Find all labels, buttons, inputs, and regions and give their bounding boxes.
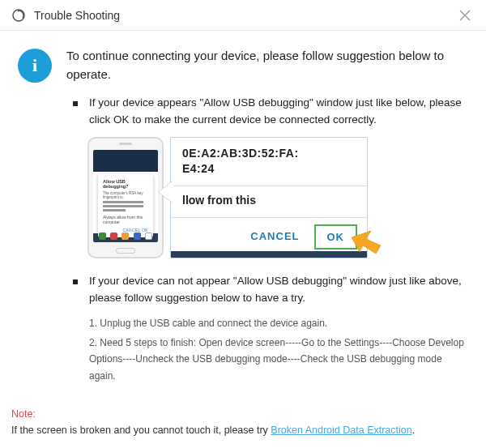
note-text-after: . [412, 425, 415, 436]
suggestion-1: If your device appears "Allow USB debugg… [66, 95, 468, 129]
cancel-button[interactable]: CANCEL [250, 229, 299, 244]
note-block: Note: If the screen is broken and you ca… [11, 406, 415, 438]
suggestion-1-text: If your device appears "Allow USB debugg… [89, 95, 468, 129]
phone-app-row [93, 233, 158, 240]
info-column: i [18, 47, 66, 387]
broken-android-link[interactable]: Broken Android Data Extraction [271, 425, 411, 436]
pointer-arrow-icon [352, 231, 381, 257]
phone-dialog-line [103, 205, 143, 207]
illustration: Allow USB debugging? The computer's RSA … [87, 137, 371, 258]
main-column: To continue connecting your device, plea… [66, 47, 468, 387]
phone-dialog-title: Allow USB debugging? [103, 179, 148, 189]
window-title: Trouble Shooting [34, 9, 455, 22]
ok-button-highlight: OK [314, 224, 358, 250]
phone-home-button [116, 248, 135, 254]
svg-marker-2 [352, 231, 381, 254]
callout-arrow-icon [159, 181, 173, 203]
mac-address-line2: E4:24 [182, 161, 357, 177]
phone-app-icon [122, 233, 129, 240]
close-icon[interactable] [455, 6, 475, 25]
callout-panel: 0E:A2:AB:3D:52:FA: E4:24 llow from this … [170, 137, 368, 258]
titlebar: Trouble Shooting [0, 0, 486, 31]
bullet-icon [73, 279, 78, 284]
note-label: Note: [11, 408, 36, 420]
phone-dialog-line [103, 201, 143, 203]
note-text-before: If the screen is broken and you cannot t… [11, 425, 271, 436]
mac-address-line1: 0E:A2:AB:3D:52:FA: [182, 146, 357, 162]
phone-app-icon [99, 233, 106, 240]
divider [171, 217, 367, 218]
suggestion-2: If your device can not appear "Allow USB… [66, 273, 468, 307]
phone-dialog: Allow USB debugging? The computer's RSA … [98, 174, 153, 237]
phone-dialog-line [103, 209, 126, 211]
numbered-steps: 1. Unplug the USB cable and connect the … [89, 315, 468, 385]
suggestion-2-text: If your device can not appear "Allow USB… [89, 273, 468, 307]
phone-dialog-check: Always allow from this computer [103, 215, 148, 224]
phone-app-icon [110, 233, 117, 240]
allow-from-text: llow from this [182, 193, 357, 209]
step-2: 2. Need 5 steps to finish: Open device s… [89, 335, 468, 384]
step-1: 1. Unplug the USB cable and connect the … [89, 315, 468, 331]
phone-screen: Allow USB debugging? The computer's RSA … [93, 150, 158, 242]
bullet-icon [73, 101, 78, 106]
lead-text: To continue connecting your device, plea… [66, 47, 468, 83]
android-nav-bar [171, 251, 367, 258]
ok-button[interactable]: OK [327, 231, 345, 243]
callout-actions: CANCEL OK [182, 224, 357, 250]
content-area: i To continue connecting your device, pl… [0, 31, 486, 395]
phone-app-icon [145, 233, 152, 240]
phone-speaker [119, 143, 132, 145]
app-icon [11, 8, 26, 23]
phone-mock: Allow USB debugging? The computer's RSA … [87, 137, 164, 258]
divider [171, 186, 367, 186]
phone-app-icon [134, 233, 141, 240]
callout-inner: 0E:A2:AB:3D:52:FA: E4:24 llow from this … [171, 138, 367, 258]
info-icon: i [18, 49, 52, 83]
phone-dialog-sub: The computer's RSA key fingerprint is: [103, 191, 148, 199]
